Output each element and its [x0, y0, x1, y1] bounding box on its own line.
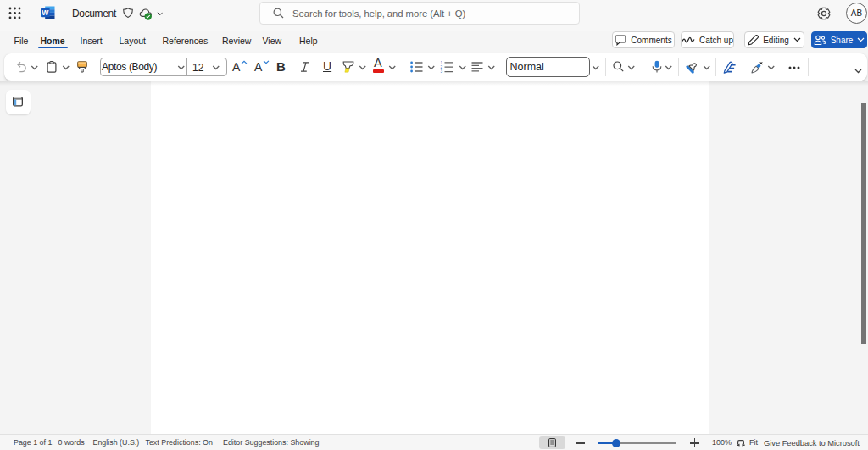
- svg-text:1: 1: [440, 61, 442, 65]
- svg-text:W: W: [42, 8, 49, 17]
- svg-text:2: 2: [440, 65, 442, 69]
- svg-text:3: 3: [440, 69, 442, 74]
